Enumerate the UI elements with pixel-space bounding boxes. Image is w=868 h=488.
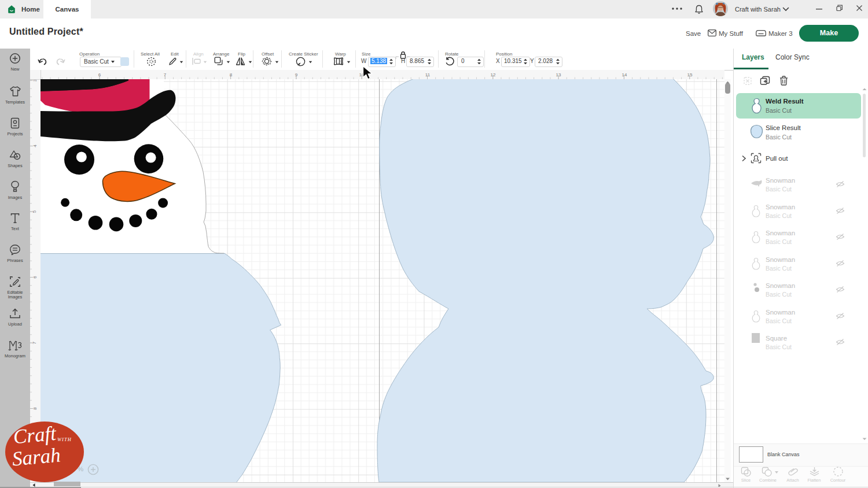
svg-text:6: 6 [98,72,101,77]
svg-text:14: 14 [622,72,627,77]
svg-text:7: 7 [164,72,167,77]
svg-text:4: 4 [32,145,38,147]
svg-text:13: 13 [556,72,561,77]
svg-text:8: 8 [32,407,38,410]
svg-text:8: 8 [230,72,233,77]
svg-text:11: 11 [425,72,431,77]
svg-text:5: 5 [32,210,37,213]
svg-text:6: 6 [32,276,38,279]
svg-text:7: 7 [32,341,37,344]
svg-text:15: 15 [687,72,693,77]
svg-text:9: 9 [295,72,298,77]
svg-text:12: 12 [491,72,496,77]
